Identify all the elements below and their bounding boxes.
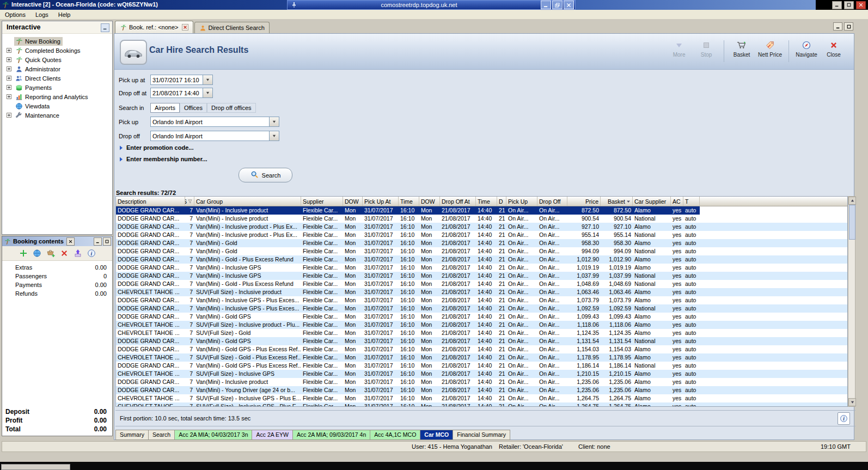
column-header-price-13[interactable]: Price — [567, 197, 601, 206]
column-header-drop-off-12[interactable]: Drop Off — [537, 197, 567, 206]
column-header-ac-16[interactable]: AC — [671, 197, 683, 206]
chevron-down-icon[interactable] — [269, 117, 279, 126]
rdp-minimize-button[interactable] — [541, 1, 551, 9]
table-row[interactable]: CHEVROLET TAHOE ...7SUV(Full Size) - Inc… — [116, 370, 847, 378]
sidebar-item-administrator[interactable]: Administrator — [2, 64, 112, 74]
close-button[interactable]: Close — [820, 40, 847, 58]
menu-options[interactable]: Options — [0, 11, 30, 18]
column-header-d-10[interactable]: D — [497, 197, 506, 206]
column-header-car-supplier-15[interactable]: Car Supplier — [633, 197, 671, 206]
sidebar-item-completed-bookings[interactable]: Completed Bookings — [2, 46, 112, 55]
table-row[interactable]: CHEVROLET TAHOE ...7SUV(Full Size) - Gol… — [116, 329, 847, 337]
menu-logs[interactable]: Logs — [30, 11, 53, 18]
search-in-drop-off-offices[interactable]: Drop off offices — [207, 103, 256, 113]
add-icon[interactable] — [19, 249, 28, 258]
sidebar-item-maintenance[interactable]: Maintenance — [2, 111, 112, 120]
table-row[interactable]: CHEVROLET TAHOE ...7SUV(Full Size) - Inc… — [116, 288, 847, 296]
column-header-pick-up-at-5[interactable]: Pick Up At — [363, 197, 399, 206]
expand-plus-icon[interactable] — [7, 57, 11, 62]
nett-price-button[interactable]: Nett Price — [755, 40, 785, 58]
column-header-drop-off-at-8[interactable]: Drop Off At — [440, 197, 476, 206]
table-row[interactable]: DODGE GRAND CAR...7Van(Mini) - GoldFlexi… — [116, 239, 847, 247]
expand-plus-icon[interactable] — [7, 113, 11, 118]
column-header-time-9[interactable]: Time — [476, 197, 497, 206]
table-row[interactable]: DODGE GRAND CAR...7Van(Mini) - Inclusive… — [116, 215, 847, 223]
table-row[interactable]: DODGE GRAND CAR...7Van(Mini) - Gold GPS … — [116, 362, 847, 370]
column-header-pick-up-11[interactable]: Pick Up — [506, 197, 537, 206]
table-row[interactable]: DODGE GRAND CAR...7Van(Mini) - Inclusive… — [116, 296, 847, 304]
bottom-tab-acc-2a-mia-09-03-2017-4n[interactable]: Acc 2A MIA; 09/03/2017 4n — [293, 430, 370, 440]
grid-vertical-scrollbar[interactable] — [848, 196, 855, 407]
scroll-down-icon[interactable] — [848, 398, 856, 406]
membership-number-expander[interactable]: Enter membership number... — [119, 156, 207, 162]
table-row[interactable]: DODGE GRAND CAR...7Van(Mini) - Gold - Pl… — [116, 280, 847, 288]
pin-icon[interactable] — [291, 2, 297, 8]
pickup-combo[interactable]: Orlando Intl Airport — [150, 117, 279, 127]
bottom-tab-financial-summary[interactable]: Financial Summary — [453, 430, 510, 440]
sidebar-item-viewdata[interactable]: Viewdata — [2, 101, 112, 111]
filter-icon[interactable] — [188, 198, 192, 205]
table-row[interactable]: DODGE GRAND CAR...7Van(Mini) - GoldFlexi… — [116, 247, 847, 255]
window-close-button[interactable] — [856, 1, 866, 9]
column-header-dow-4[interactable]: DOW — [343, 197, 363, 206]
table-row[interactable]: DODGE GRAND CAR...7Van(Mini) - Inclusive… — [116, 378, 847, 386]
table-row[interactable]: DODGE GRAND CAR...7Van(Mini) - Gold GPSF… — [116, 337, 847, 345]
mdi-maximize-button[interactable] — [844, 22, 853, 30]
column-header-s-1[interactable]: S — [185, 197, 194, 206]
search-in-offices[interactable]: Offices — [180, 103, 207, 113]
rdp-close-button[interactable] — [564, 1, 574, 9]
tab-direct-clients-search[interactable]: Direct Clients Search — [194, 22, 270, 33]
basket-add-icon[interactable] — [46, 249, 55, 258]
scroll-up-icon[interactable] — [848, 197, 856, 205]
bottom-tab-acc-4a-1c-mco[interactable]: Acc 4A,1C MCO — [370, 430, 420, 440]
column-header-basket-14[interactable]: Basket — [601, 197, 633, 206]
table-row[interactable]: DODGE GRAND CAR...7Van(Mini) - Inclusive… — [116, 223, 847, 231]
chevron-down-icon[interactable] — [269, 131, 279, 141]
sidebar-item-new-booking[interactable]: New Booking — [2, 36, 112, 46]
chevron-down-icon[interactable] — [203, 75, 212, 84]
bottom-tab-summary[interactable]: Summary — [115, 430, 149, 440]
expand-plus-icon[interactable] — [7, 85, 11, 90]
mdi-minimize-button[interactable] — [833, 22, 842, 30]
column-header-description-0[interactable]: Description — [116, 197, 185, 206]
column-header-t-17[interactable]: T — [683, 197, 700, 206]
column-header-car-group-2[interactable]: Car Group — [194, 197, 301, 206]
table-row[interactable]: DODGE GRAND CAR...7Van(Mini) - Gold - Pl… — [116, 255, 847, 264]
sidebar-item-direct-clients[interactable]: Direct Clients — [2, 74, 112, 83]
dropoff-at-combo[interactable]: 21/08/2017 14:40 — [150, 88, 213, 98]
rdp-restore-button[interactable] — [552, 1, 563, 9]
menu-help[interactable]: Help — [53, 11, 76, 18]
bottom-tab-acc-2a-mia-04-03-2017-3n[interactable]: Acc 2A MIA; 04/03/2017 3n — [175, 430, 252, 440]
booking-contents-maximize-button[interactable] — [103, 237, 111, 246]
table-row[interactable]: DODGE GRAND CAR...7Van(Mini) - Young Dri… — [116, 386, 847, 394]
table-row[interactable]: DODGE GRAND CAR...7Van(Mini) - Inclusive… — [116, 272, 847, 280]
sidebar-item-reporting-and-analytics[interactable]: Reporting and Analytics — [2, 92, 112, 101]
column-header-dow-7[interactable]: DOW — [419, 197, 440, 206]
tab-book-ref-none[interactable]: Book. ref.: <none> — [115, 21, 193, 33]
booking-contents-close-button[interactable] — [66, 237, 75, 246]
info-button[interactable]: i — [838, 412, 850, 425]
column-header-supplier-3[interactable]: Supplier — [301, 197, 343, 206]
table-row[interactable]: CHEVROLET TAHOE ...7SUV(Full Size) - Inc… — [116, 321, 847, 329]
panel-collapse-button[interactable] — [101, 23, 109, 32]
bottom-tab-search[interactable]: Search — [149, 430, 175, 440]
info-icon[interactable]: i — [87, 249, 96, 258]
sidebar-item-quick-quotes[interactable]: Quick Quotes — [2, 55, 112, 64]
column-header-time-6[interactable]: Time — [399, 197, 419, 206]
table-row[interactable]: DODGE GRAND CAR...7Van(Mini) - Inclusive… — [116, 231, 847, 239]
sidebar-item-payments[interactable]: Payments — [2, 83, 112, 92]
table-row[interactable]: CHEVROLET TAHOE ...7SUV(Full Size) - Gol… — [116, 353, 847, 362]
bottom-tab-acc-2a-eyw[interactable]: Acc 2A EYW — [252, 430, 293, 440]
expand-plus-icon[interactable] — [7, 76, 11, 81]
booking-contents-minimize-button[interactable] — [94, 237, 102, 246]
expand-plus-icon[interactable] — [7, 48, 11, 53]
export-icon[interactable] — [74, 249, 82, 258]
search-button[interactable]: Search — [239, 168, 292, 182]
bottom-tab-car-mco[interactable]: Car MCO — [420, 430, 453, 440]
pickup-at-combo[interactable]: 31/07/2017 16:10 — [150, 75, 213, 85]
table-row[interactable]: DODGE GRAND CAR...7Van(Mini) - Inclusive… — [116, 304, 847, 313]
expand-plus-icon[interactable] — [7, 66, 11, 71]
expand-plus-icon[interactable] — [7, 94, 11, 99]
globe-icon[interactable] — [33, 249, 41, 258]
taskbar-button[interactable] — [1, 464, 70, 470]
